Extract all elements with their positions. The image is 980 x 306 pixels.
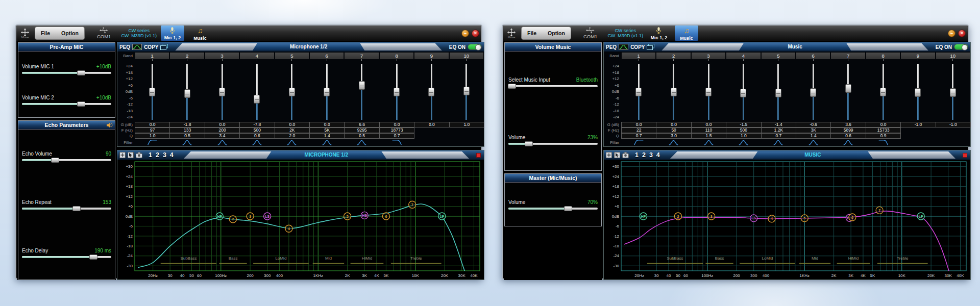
gain-band-5[interactable]: -1.4	[761, 122, 796, 128]
fader-thumb[interactable]	[845, 84, 851, 93]
q-band-6[interactable]: 1.4	[796, 133, 831, 139]
filter-band-7[interactable]	[830, 139, 865, 146]
band-9-header[interactable]: 9	[414, 53, 448, 59]
q-band-2[interactable]: 0.5	[169, 133, 205, 139]
fader-thumb[interactable]	[184, 89, 190, 98]
slider-track[interactable]	[22, 159, 111, 161]
eq-point-6[interactable]: 6	[849, 214, 856, 221]
band-8-fader[interactable]	[379, 62, 414, 122]
filter-band-5[interactable]	[275, 139, 309, 146]
band-2-fader[interactable]	[169, 62, 204, 122]
close-button[interactable]: ✕	[958, 30, 966, 37]
camera-icon[interactable]	[622, 152, 629, 158]
eq-point-7[interactable]: 7	[876, 207, 883, 214]
freq-band-2[interactable]: 50	[656, 128, 691, 133]
freq-band-6[interactable]: 3K	[796, 128, 831, 133]
fader-thumb[interactable]	[705, 88, 712, 96]
band-7-header[interactable]: 7	[345, 53, 378, 59]
gain-band-2[interactable]: 0.0	[656, 122, 691, 128]
gain-band-9[interactable]: -1.0	[900, 122, 936, 128]
freq-band-7[interactable]: 9295	[344, 128, 379, 133]
band-6-fader[interactable]	[796, 62, 830, 122]
eq-point-3[interactable]: 3	[247, 213, 254, 220]
gain-band-9[interactable]: 0.0	[414, 122, 449, 128]
eq-point-6[interactable]: 6	[382, 213, 389, 220]
slider-thumb[interactable]	[77, 70, 85, 75]
tab-music[interactable]: ♫Music	[188, 26, 212, 41]
eq-point-LP[interactable]: LP	[438, 213, 446, 220]
band-10-header[interactable]: 10	[450, 53, 483, 59]
preset-2-button[interactable]: 2	[156, 150, 159, 160]
q-band-5[interactable]: 2.0	[275, 133, 310, 139]
move-handle[interactable]: Move	[505, 28, 518, 39]
slider-thumb[interactable]	[51, 158, 59, 163]
q-band-2[interactable]: 3.0	[656, 133, 691, 139]
slider-thumb[interactable]	[89, 254, 97, 260]
band-2-header[interactable]: 2	[656, 53, 690, 59]
band-3-header[interactable]: 3	[692, 53, 725, 59]
freq-band-2[interactable]: 133	[169, 128, 205, 133]
eq-point-2[interactable]: 2	[674, 213, 681, 220]
fader-thumb[interactable]	[635, 88, 642, 96]
eq-on-toggle[interactable]	[468, 44, 482, 50]
peq-curve-icon[interactable]	[619, 44, 628, 50]
freq-band-1[interactable]: 22	[621, 128, 656, 133]
band-10-fader[interactable]	[936, 62, 970, 122]
gain-band-7[interactable]: 3.6	[830, 122, 866, 128]
com-port[interactable]: COM1	[583, 27, 597, 39]
preset-4-button[interactable]: 4	[170, 150, 174, 160]
band-7-fader[interactable]	[344, 62, 379, 122]
gain-band-1[interactable]: 0.0	[135, 122, 170, 128]
band-5-header[interactable]: 5	[275, 53, 309, 59]
band-1-fader[interactable]	[135, 62, 169, 122]
band-7-fader[interactable]	[830, 62, 865, 122]
filter-band-6[interactable]	[796, 139, 830, 146]
freq-band-3[interactable]: 200	[205, 128, 240, 133]
band-3-fader[interactable]	[691, 62, 726, 122]
fader-thumb[interactable]	[880, 88, 886, 96]
fader-thumb[interactable]	[915, 88, 921, 97]
fader-thumb[interactable]	[950, 88, 956, 97]
fader-thumb[interactable]	[671, 88, 677, 96]
band-8-header[interactable]: 8	[380, 53, 413, 59]
eq-point-LS[interactable]: LS	[750, 215, 757, 222]
band-7-header[interactable]: 7	[831, 53, 865, 59]
freq-band-5[interactable]: 2K	[275, 128, 310, 133]
menu-file-button[interactable]: File	[35, 30, 56, 36]
gain-band-10[interactable]: 1.0	[449, 122, 484, 128]
preset-2-button[interactable]: 2	[642, 150, 646, 160]
filter-band-4[interactable]	[239, 139, 274, 146]
fader-thumb[interactable]	[463, 87, 470, 95]
tab-mic-1-2[interactable]: Mic 1, 2	[647, 26, 671, 41]
gain-band-3[interactable]: 0.0	[205, 122, 240, 128]
filter-band-6[interactable]	[309, 139, 344, 146]
q-band-6[interactable]: 1.4	[309, 133, 345, 139]
eq-point-LP[interactable]: LP	[917, 213, 924, 220]
band-5-header[interactable]: 5	[762, 53, 795, 59]
plus-box-icon[interactable]	[606, 152, 612, 158]
eq-point-4[interactable]: 4	[285, 225, 292, 232]
slider-track[interactable]	[22, 72, 111, 74]
slider-track[interactable]	[508, 143, 598, 145]
band-3-header[interactable]: 3	[205, 53, 239, 59]
move-handle[interactable]: Move	[18, 28, 32, 39]
band-1-fader[interactable]	[621, 62, 656, 122]
slider-track[interactable]	[22, 256, 111, 258]
band-3-fader[interactable]	[205, 62, 239, 122]
eq-point-LS[interactable]: LS	[264, 213, 271, 220]
cursor-box-icon[interactable]	[128, 152, 134, 158]
band-10-fader[interactable]	[449, 62, 484, 122]
band-5-fader[interactable]	[761, 62, 796, 122]
speaker-icon[interactable]	[107, 122, 113, 128]
gain-band-6[interactable]: 0.0	[309, 122, 345, 128]
freq-band-6[interactable]: 5K	[309, 128, 345, 133]
gain-band-3[interactable]: 0.0	[691, 122, 726, 128]
filter-band-1[interactable]	[621, 139, 656, 146]
tab-mic-1-2[interactable]: Mic 1, 2	[161, 26, 184, 41]
q-band-7[interactable]: 0.6	[830, 133, 866, 139]
freq-band-8[interactable]: 15733	[866, 128, 901, 133]
freq-band-4[interactable]: 500	[726, 128, 761, 133]
fader-thumb[interactable]	[428, 88, 434, 96]
band-6-fader[interactable]	[309, 62, 344, 122]
fader-thumb[interactable]	[254, 95, 260, 104]
